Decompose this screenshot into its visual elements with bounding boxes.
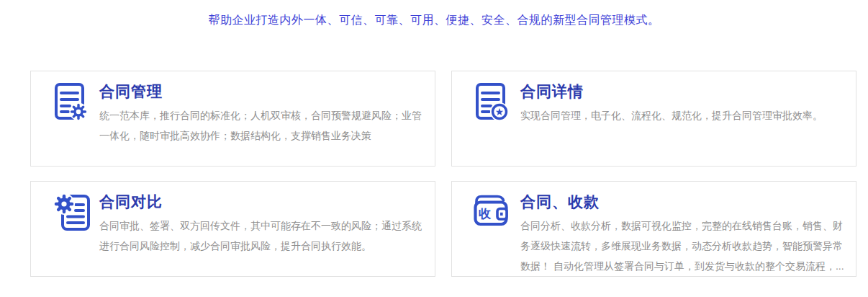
document-gear-icon <box>50 81 90 122</box>
document-star-icon <box>471 81 511 122</box>
feature-card-grid: 合同管理 统一范本库，推行合同的标准化；人机双审核，合同预警规避风险；业管 一体… <box>30 71 856 277</box>
card-title: 合同对比 <box>99 192 432 211</box>
card-contract-compare[interactable]: 合同对比 合同审批、签署、双方回传文件，其中可能存在不一致的风险；通过系统 进行… <box>30 181 435 277</box>
card-title: 合同、收款 <box>520 192 853 211</box>
card-contract-details[interactable]: 合同详情 实现合同管理，电子化、流程化、规范化，提升合同管理审批效率。 <box>451 71 856 167</box>
wallet-glyph-text: 收 <box>479 207 492 221</box>
gear-document-icon <box>50 192 90 232</box>
card-title: 合同详情 <box>520 82 853 101</box>
card-contract-payment[interactable]: 收 合同、收款 合同分析、收款分析，数据可视化监控，完整的在线销售台账，销售、财… <box>451 181 856 277</box>
card-description: 合同分析、收款分析，数据可视化监控，完整的在线销售台账，销售、财 务逐级快速流转… <box>520 216 853 276</box>
card-title: 合同管理 <box>99 82 432 101</box>
card-description: 统一范本库，推行合同的标准化；人机双审核，合同预警规避风险；业管 一体化，随时审… <box>99 105 432 146</box>
page-tagline: 帮助企业打造内外一体、可信、可靠、可用、便捷、安全、合规的新型合同管理模式。 <box>0 13 868 28</box>
card-description: 实现合同管理，电子化、流程化、规范化，提升合同管理审批效率。 <box>520 105 853 125</box>
card-contract-management[interactable]: 合同管理 统一范本库，推行合同的标准化；人机双审核，合同预警规避风险；业管 一体… <box>30 71 435 167</box>
wallet-collect-icon: 收 <box>471 192 511 232</box>
card-description: 合同审批、签署、双方回传文件，其中可能存在不一致的风险；通过系统 进行合同风险控… <box>99 216 432 256</box>
